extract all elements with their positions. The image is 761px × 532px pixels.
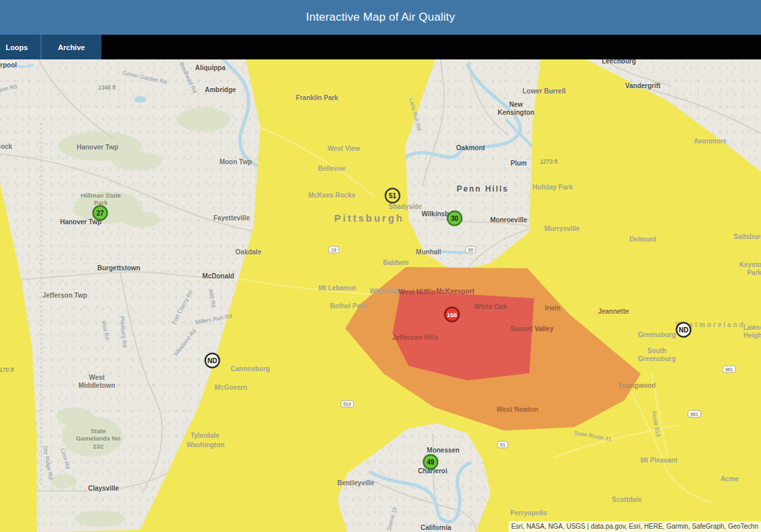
- aqi-monitor-marker[interactable]: 49: [423, 455, 439, 470]
- map-label: Acme: [720, 475, 738, 483]
- map-label: Scottdale: [611, 496, 642, 504]
- map-label: 980 Rd: [208, 289, 218, 308]
- map-label: Plasburg Rd: [119, 316, 128, 347]
- tab-archive-label: Archive: [58, 43, 85, 51]
- map-label: Mt Lebanon: [318, 284, 356, 292]
- tab-archive[interactable]: Archive: [41, 35, 101, 59]
- map-label: Munhall: [416, 248, 441, 256]
- map-label: Delmont: [629, 236, 656, 244]
- map-attribution: Esri, NASA, NGA, USGS | data.pa.gov, Esr…: [509, 521, 761, 532]
- map-label: Hanover Twp: [77, 144, 118, 152]
- map-label: Claysville: [88, 485, 119, 493]
- map-label: McGovern: [215, 384, 248, 392]
- map-label: White Oak: [475, 303, 507, 311]
- map-label: Saltsburg: [734, 233, 761, 241]
- map-label: Keystone Park: [739, 261, 761, 277]
- map-label: Burgettstown: [97, 264, 140, 272]
- map-label: Leechburg: [601, 59, 636, 65]
- map-label: Jefferson Hills: [393, 334, 439, 342]
- map-label: Brodhead Rd: [178, 61, 198, 94]
- map-label: Youngwood: [618, 382, 656, 390]
- map-label: New Kensington: [498, 101, 535, 117]
- map-label: Tylerdale: [190, 432, 219, 440]
- map-label: Moon Twp: [220, 158, 252, 166]
- route-shield: 19: [328, 246, 339, 254]
- aqi-monitor-marker[interactable]: 51: [385, 188, 401, 204]
- map-label: West Middletown: [79, 374, 115, 390]
- map-label: California: [421, 524, 451, 532]
- app-header: Interactive Map of Air Quality: [0, 0, 761, 35]
- map-label: West Newton: [497, 406, 539, 414]
- map-label: Lower Burrell: [523, 87, 565, 95]
- map-label: Hillman State Park: [81, 192, 121, 207]
- map-canvas[interactable]: erpoolson Rd1346 ftGreen Garden RdBrodhe…: [0, 59, 761, 532]
- map-label: Lime Rd: [59, 447, 71, 469]
- aqi-monitor-marker[interactable]: ND: [205, 353, 220, 368]
- aqi-monitor-marker[interactable]: 30: [447, 211, 463, 226]
- map-label: Baldwin: [383, 259, 409, 267]
- map-label: South Greensburg: [638, 347, 676, 363]
- map-label: cock: [0, 143, 12, 151]
- map-overlay-layer: erpoolson Rd1346 ftGreen Garden RdBrodhe…: [0, 59, 761, 532]
- map-label: Fort Cherry Rd: [170, 289, 194, 325]
- tab-bar: Loops Archive: [0, 35, 761, 59]
- map-label: 1273 ft: [540, 158, 557, 165]
- map-label: West View: [327, 145, 360, 153]
- map-label: Washington: [187, 441, 225, 449]
- route-shield: 51: [497, 441, 508, 449]
- map-label: Ambridge: [205, 86, 236, 94]
- map-label: son Rd: [0, 83, 17, 93]
- map-label: erpool: [0, 61, 17, 69]
- map-label: Oakdale: [236, 248, 262, 256]
- map-label: Bellevue: [318, 165, 345, 173]
- map-label: Canonsburg: [231, 365, 270, 373]
- page-title: Interactive Map of Air Quality: [0, 0, 761, 35]
- aqi-monitor-marker[interactable]: ND: [676, 322, 692, 338]
- map-label: Scenic Dr: [385, 506, 398, 531]
- map-label: Greensburg: [638, 331, 676, 339]
- map-label: Avonmore: [694, 138, 726, 146]
- map-label: Jeannette: [598, 308, 629, 316]
- map-label: Whitehall: [370, 288, 399, 296]
- map-label: Vandergrift: [625, 82, 661, 90]
- map-label: Dry Ridge Rd: [42, 445, 55, 480]
- map-label: Bentleyville: [337, 479, 374, 487]
- map-label: McKees Rocks: [308, 192, 356, 200]
- route-shield: 981: [688, 411, 701, 418]
- map-label: McKeesport: [436, 288, 474, 296]
- map-label: Fayetteville: [214, 214, 250, 222]
- map-label: Shadyside: [389, 203, 422, 211]
- map-label: Route 819: [651, 411, 662, 437]
- map-label: Hanover Twp: [60, 218, 101, 226]
- route-shield: 981: [722, 366, 736, 373]
- map-label: Larts Run Rd: [408, 97, 423, 131]
- map-label: Irwin: [545, 304, 560, 312]
- map-label: Murrysville: [545, 225, 580, 233]
- map-label: 1346 ft: [98, 84, 115, 91]
- map-label: Monroeville: [490, 216, 527, 224]
- map-label: West Mifflin: [399, 288, 436, 296]
- map-label: Sunset Valley: [511, 325, 553, 333]
- air-quality-map-app: Interactive Map of Air Quality Loops Arc…: [0, 0, 761, 532]
- map-label: Aliquippa: [195, 64, 226, 72]
- map-label: Monessen: [427, 447, 460, 455]
- aqi-monitor-marker[interactable]: 27: [93, 206, 108, 221]
- map-label: Plum: [511, 160, 527, 168]
- map-label: Lawson Heights: [743, 324, 761, 340]
- map-label: Rea Rd: [100, 320, 111, 340]
- map-label: Pittsburgh: [334, 212, 405, 224]
- map-label: State Gamelands No 232: [76, 427, 121, 450]
- route-shield: 30: [465, 246, 476, 254]
- map-label: Oakmont: [456, 144, 485, 152]
- map-label: Millers Run Rd: [195, 312, 233, 326]
- map-label: Holiday Park: [533, 184, 573, 192]
- map-label: Penn Hills: [457, 184, 509, 194]
- tab-loops[interactable]: Loops: [0, 35, 41, 59]
- map-label: Perryopolis: [510, 509, 547, 517]
- aqi-monitor-marker[interactable]: 156: [445, 307, 460, 322]
- map-label: Jefferson Twp: [42, 292, 87, 300]
- map-label: State Route 31: [573, 429, 612, 443]
- map-label: Bethel Park: [330, 302, 366, 310]
- map-label: McDonald: [202, 272, 234, 280]
- tab-loops-label: Loops: [6, 43, 28, 51]
